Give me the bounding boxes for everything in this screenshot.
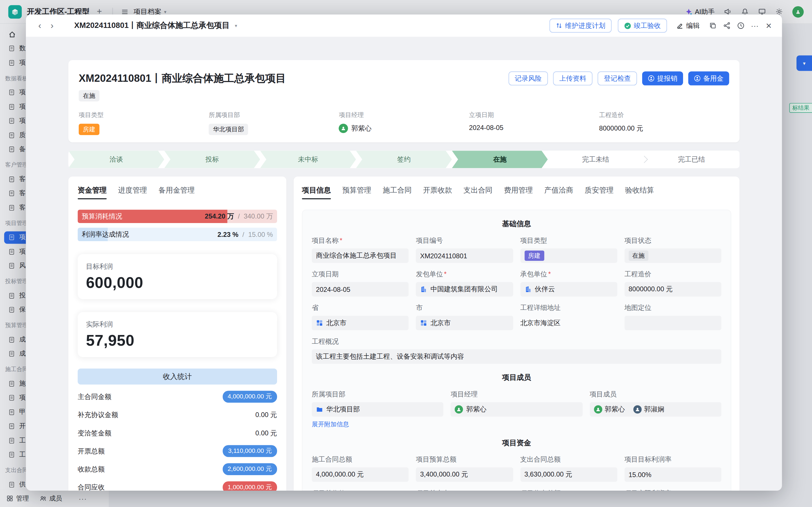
fund-value-input[interactable]: 3,630,000.00 元	[520, 467, 617, 482]
stage-step[interactable]: 洽谈	[68, 151, 164, 168]
tab[interactable]: 验收结算	[625, 186, 654, 200]
member-chip[interactable]: 郭淑娴	[633, 405, 664, 414]
project-type-tag: 房建	[79, 124, 99, 135]
tab[interactable]: 预算管理	[342, 186, 371, 200]
amount-value: 2,600,000.00 元	[223, 463, 277, 475]
project-code-input[interactable]: XM2024110801	[416, 248, 513, 263]
project-members-input[interactable]: 郭紫心 郭淑娴	[590, 402, 721, 416]
tab[interactable]: 支出合同	[464, 186, 493, 200]
fund-field: 项目收支差额 57,950.00 元	[520, 489, 617, 491]
project-cost-value: 8000000.00 元	[599, 124, 729, 133]
field-detail-address: 工程详细地址 北京市海淀区	[520, 303, 617, 330]
building-icon	[524, 286, 532, 293]
tab[interactable]: 进度管理	[118, 186, 147, 200]
project-info-tabs: 项目信息预算管理施工合同开票收款支出合同费用管理产值洽商质安管理验收结算	[302, 186, 731, 200]
department-input[interactable]: 华北项目部	[312, 402, 443, 416]
field-department: 所属项目部 华北项目部	[209, 111, 339, 135]
hero-action-button[interactable]: 备用金	[688, 71, 729, 86]
stage-step[interactable]: 完工已结	[644, 151, 740, 168]
project-name-input[interactable]: 商业综合体施工总承包项目	[312, 248, 409, 263]
amount-value: 0.00 元	[255, 410, 277, 419]
required-asterisk: *	[548, 270, 551, 278]
edit-button[interactable]: 编辑	[673, 20, 703, 31]
manager-name: 郭紫心	[351, 124, 372, 133]
actual-profit-value: 57,950	[86, 332, 269, 349]
contractor-unit-input[interactable]: 伙伴云	[520, 282, 617, 296]
modal-actions: 维护进度计划 竣工验收 编辑 ··· ×	[549, 19, 772, 33]
amount-value: 4,000,000.00 元	[223, 391, 277, 403]
project-cost-input[interactable]: 8000000.00 元	[625, 282, 721, 296]
fund-value-input[interactable]: 4,000,000.00 元	[312, 467, 409, 482]
fund-value-input[interactable]: 15.00%	[625, 467, 721, 482]
amount-row: 开票总额 3,110,000.00 元	[77, 442, 277, 460]
project-manager-input[interactable]: 郭紫心	[450, 402, 582, 416]
person-badge-icon	[694, 75, 701, 82]
back-button[interactable]: ‹	[36, 21, 43, 30]
title-chevron-down-icon[interactable]: ▾	[235, 23, 237, 28]
status-badge: 在施	[629, 250, 648, 261]
tab[interactable]: 施工合同	[383, 186, 412, 200]
amount-row: 补充协议金额 0.00 元	[77, 406, 277, 424]
field-province: 省 北京市	[312, 303, 409, 330]
detail-address-value[interactable]: 北京市海淀区	[520, 316, 617, 330]
tab[interactable]: 质安管理	[585, 186, 614, 200]
field-project-name: 项目名称* 商业综合体施工总承包项目	[312, 236, 409, 263]
field-project-cost: 工程造价 8000000.00 元	[599, 111, 729, 135]
start-date-input[interactable]: 2024-08-05	[312, 282, 409, 296]
amount-label: 收款总额	[77, 464, 104, 474]
amount-label: 开票总额	[77, 446, 104, 456]
copy-icon[interactable]	[709, 22, 717, 30]
hero-action-button[interactable]: 登记检查	[598, 71, 637, 86]
project-overview-input[interactable]: 该工程主要包括土建工程、设备安装和调试等内容	[312, 349, 721, 364]
fund-value-input[interactable]: 3,400,000.00 元	[416, 467, 513, 482]
avatar	[339, 124, 348, 133]
member-chip[interactable]: 郭紫心	[594, 405, 625, 414]
project-type-input[interactable]: 房建	[520, 248, 617, 263]
actual-profit-card: 实际利润 57,950	[77, 312, 277, 357]
project-detail-modal: ‹ › XM2024110801丨商业综合体施工总承包项目 ▾ 维护进度计划 竣…	[26, 14, 782, 491]
modal-title: XM2024110801丨商业综合体施工总承包项目	[74, 20, 230, 31]
field-project-code: 项目编号 XM2024110801	[416, 236, 513, 263]
tab[interactable]: 产值洽商	[544, 186, 573, 200]
stage-step[interactable]: 投标	[164, 151, 260, 168]
owner-unit-input[interactable]: 中国建筑集团有限公司	[416, 282, 513, 296]
more-button[interactable]: ···	[751, 22, 759, 30]
funds-panel-tabs: 资金管理进度管理备用金管理	[77, 186, 277, 200]
field-start-date: 立项日期 2024-08-05	[312, 270, 409, 296]
income-statistics-button[interactable]: 收入统计	[77, 369, 277, 385]
map-location-input[interactable]	[625, 316, 721, 330]
amount-value: 1,000,000.00 元	[223, 481, 277, 491]
project-status-input[interactable]: 在施	[625, 248, 721, 263]
forward-button[interactable]: ›	[49, 21, 56, 30]
tab[interactable]: 费用管理	[504, 186, 533, 200]
completion-acceptance-button[interactable]: 竣工验收	[618, 19, 667, 33]
stage-step[interactable]: 签约	[356, 151, 452, 168]
field-owner-unit: 发包单位* 中国建筑集团有限公司	[416, 270, 513, 296]
region-grid-icon	[420, 320, 427, 327]
field-project-manager: 项目经理 郭紫心	[339, 111, 469, 135]
tab[interactable]: 开票收款	[423, 186, 452, 200]
region-grid-icon	[316, 320, 323, 327]
target-profit-card: 目标利润 600,000	[77, 254, 277, 299]
project-hero-card: XM2024110801丨商业综合体施工总承包项目 记录风险 上传资料	[68, 60, 740, 143]
tab[interactable]: 项目信息	[302, 186, 331, 200]
history-icon[interactable]	[737, 22, 745, 30]
hero-action-button[interactable]: 提报销	[642, 71, 683, 86]
province-input[interactable]: 北京市	[312, 316, 409, 330]
fund-field: 项目预算总额 3,400,000.00 元	[416, 455, 513, 482]
expand-extra-info-link[interactable]: 展开附加信息	[312, 420, 349, 429]
stage-step[interactable]: 未中标	[260, 151, 356, 168]
hero-action-button[interactable]: 上传资料	[553, 71, 592, 86]
city-input[interactable]: 北京市	[416, 316, 513, 330]
share-icon[interactable]	[723, 22, 731, 30]
tab[interactable]: 备用金管理	[159, 186, 195, 200]
required-asterisk: *	[340, 237, 342, 244]
tab[interactable]: 资金管理	[77, 186, 107, 200]
stage-step[interactable]: 完工未结	[548, 151, 644, 168]
hero-action-button[interactable]: 记录风险	[508, 71, 548, 86]
field-contractor-unit: 承包单位* 伙伴云	[520, 270, 617, 296]
maintain-schedule-button[interactable]: 维护进度计划	[549, 19, 611, 33]
stage-step[interactable]: 在施	[452, 151, 548, 168]
amount-label: 变洽签金额	[77, 428, 111, 438]
close-button[interactable]: ×	[766, 20, 772, 31]
